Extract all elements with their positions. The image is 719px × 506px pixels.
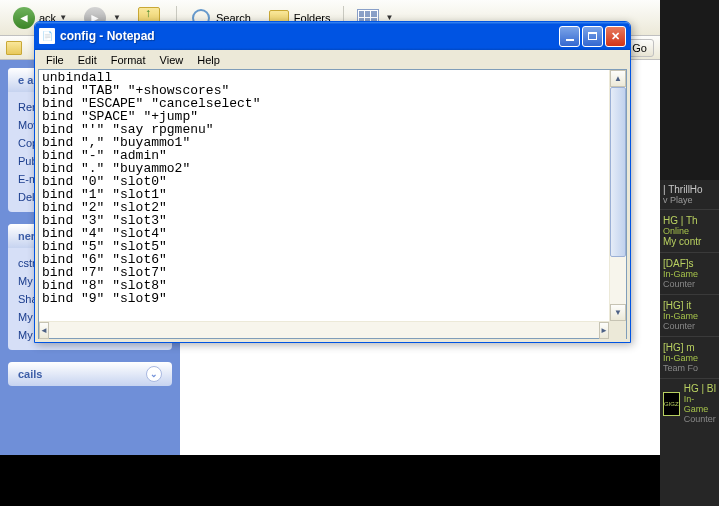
maximize-button[interactable]	[582, 26, 603, 47]
friend-game: Counter	[663, 279, 716, 289]
notepad-icon: 📄	[39, 28, 55, 44]
menu-file[interactable]: File	[39, 52, 71, 68]
self-name: HG | Th	[663, 215, 716, 226]
menu-help[interactable]: Help	[190, 52, 227, 68]
scroll-track[interactable]	[49, 322, 599, 338]
menubar: File Edit Format View Help	[35, 50, 630, 69]
close-button[interactable]: ✕	[605, 26, 626, 47]
vertical-scrollbar[interactable]: ▲ ▼	[609, 70, 626, 321]
scroll-left-button[interactable]: ◄	[39, 322, 49, 339]
scroll-up-button[interactable]: ▲	[610, 70, 626, 87]
folder-icon	[6, 41, 22, 55]
friend-item[interactable]: [HG] it In-Game Counter	[660, 294, 719, 336]
details-panel: cails ⌄	[8, 362, 172, 386]
scroll-right-button[interactable]: ►	[599, 322, 609, 339]
titlebar[interactable]: 📄 config - Notepad ✕	[35, 22, 630, 50]
thrill-label: | ThrillHo	[663, 184, 716, 195]
details-header[interactable]: cails ⌄	[8, 362, 172, 386]
friend-game: Counter	[663, 321, 716, 331]
my-control-link[interactable]: My contr	[663, 236, 716, 247]
friend-name: HG | BI	[684, 383, 717, 394]
friend-game: Team Fo	[663, 363, 716, 373]
self-status-block[interactable]: HG | Th Online My contr	[660, 209, 719, 252]
window-title: config - Notepad	[60, 29, 559, 43]
steam-friends-panel: | ThrillHo v Playe HG | Th Online My con…	[660, 0, 719, 506]
friend-name: [DAF]s	[663, 258, 716, 269]
editor-container: unbindall bind "TAB" "+showscores" bind …	[38, 69, 627, 339]
friend-status: In-Game	[663, 353, 716, 363]
back-icon: ◄	[12, 6, 36, 30]
friend-status: In-Game	[663, 269, 716, 279]
horizontal-scrollbar[interactable]: ◄ ►	[39, 321, 626, 338]
friend-item-avatar[interactable]: GIGZ HG | BI In-Game Counter	[660, 378, 719, 428]
chevron-icon: ⌄	[146, 366, 162, 382]
minimize-button[interactable]	[559, 26, 580, 47]
scroll-thumb[interactable]	[610, 87, 626, 257]
friend-name: [HG] it	[663, 300, 716, 311]
details-header-label: cails	[18, 368, 42, 380]
friend-game: Counter	[684, 414, 717, 424]
go-label: Go	[632, 42, 647, 54]
friend-status: In-Game	[684, 394, 717, 414]
scroll-track[interactable]	[610, 87, 626, 304]
friend-item[interactable]: [DAF]s In-Game Counter	[660, 252, 719, 294]
self-status: Online	[663, 226, 716, 236]
text-area[interactable]: unbindall bind "TAB" "+showscores" bind …	[39, 70, 609, 321]
friend-name: [HG] m	[663, 342, 716, 353]
avatar-icon: GIGZ	[663, 392, 680, 416]
friend-status: In-Game	[663, 311, 716, 321]
player-label: v Playe	[663, 195, 716, 205]
scroll-down-button[interactable]: ▼	[610, 304, 626, 321]
notepad-window: 📄 config - Notepad ✕ File Edit Format Vi…	[34, 21, 631, 343]
scroll-corner	[609, 322, 626, 339]
menu-view[interactable]: View	[153, 52, 191, 68]
bottom-black-strip	[0, 455, 660, 506]
menu-edit[interactable]: Edit	[71, 52, 104, 68]
friend-item[interactable]: [HG] m In-Game Team Fo	[660, 336, 719, 378]
menu-format[interactable]: Format	[104, 52, 153, 68]
